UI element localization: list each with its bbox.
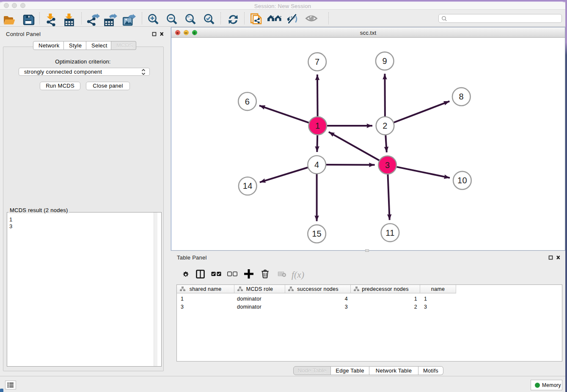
svg-text:1: 1 <box>315 121 320 130</box>
svg-text:10: 10 <box>457 176 467 185</box>
svg-text:6: 6 <box>245 97 250 106</box>
svg-text:3: 3 <box>385 160 390 170</box>
svg-text:8: 8 <box>459 92 464 101</box>
svg-text:11: 11 <box>385 228 394 237</box>
svg-text:14: 14 <box>243 181 253 190</box>
svg-text:2: 2 <box>383 121 387 130</box>
svg-text:4: 4 <box>314 160 319 169</box>
svg-text:f(x): f(x) <box>292 270 304 280</box>
svg-text:7: 7 <box>315 57 319 66</box>
svg-text:15: 15 <box>312 229 322 238</box>
svg-text:9: 9 <box>383 56 387 66</box>
